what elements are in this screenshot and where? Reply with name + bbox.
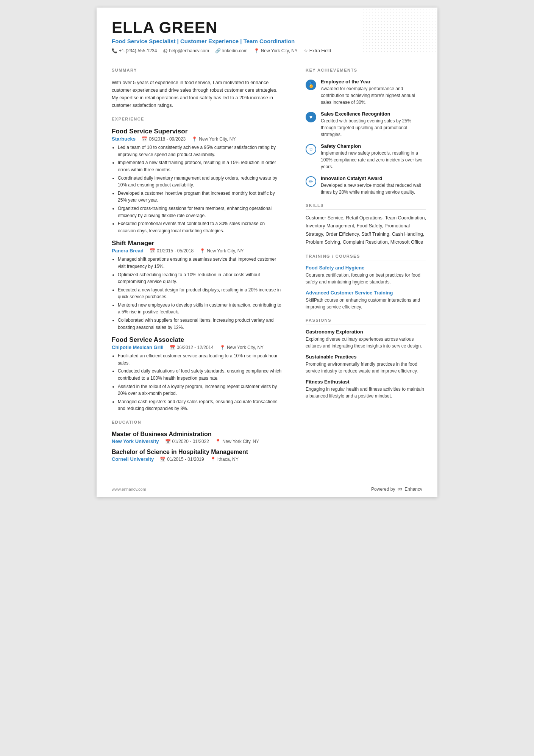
achievement-icon-1: 🏅 bbox=[306, 80, 316, 90]
bullet-item: Conducted daily evaluations of food safe… bbox=[118, 368, 283, 382]
pin-icon-3: 📍 bbox=[220, 345, 225, 350]
extra-item: ☆ Extra Field bbox=[304, 48, 331, 53]
school-2: Cornell University bbox=[112, 456, 154, 462]
training-item-1: Food Safety and Hygiene Coursera certifi… bbox=[306, 265, 426, 285]
summary-label: SUMMARY bbox=[112, 68, 283, 74]
summary-section: SUMMARY With over 5 years of experience … bbox=[112, 68, 283, 109]
experience-section: EXPERIENCE Food Service Supervisor Starb… bbox=[112, 117, 283, 412]
email-icon: @ bbox=[163, 48, 167, 53]
bullet-item: Managed shift operations ensuring a seam… bbox=[118, 256, 283, 270]
achievements-label: KEY ACHIEVEMENTS bbox=[306, 68, 426, 74]
passion-desc-1: Exploring diverse culinary experiences a… bbox=[306, 336, 426, 349]
footer-website: www.enhancv.com bbox=[112, 487, 146, 491]
job-bullets-2: Managed shift operations ensuring a seam… bbox=[112, 256, 283, 331]
linkedin-item: 🔗 linkedin.com bbox=[215, 48, 248, 53]
training-item-2: Advanced Customer Service Training Skill… bbox=[306, 290, 426, 310]
summary-text: With over 5 years of experience in food … bbox=[112, 79, 283, 109]
employer-1: Starbucks bbox=[112, 136, 136, 142]
experience-label: EXPERIENCE bbox=[112, 117, 283, 123]
bullet-item: Managed cash registers and daily sales r… bbox=[118, 398, 283, 412]
job-location-1: 📍 New York City, NY bbox=[192, 136, 236, 142]
training-label: TRAINING / COURSES bbox=[306, 254, 426, 260]
calendar-icon-edu1: 📅 bbox=[165, 439, 171, 444]
achievement-item-1: 🏅 Employee of the Year Awarded for exemp… bbox=[306, 79, 426, 106]
job-dates-1: 📅 06/2018 - 09/2023 bbox=[142, 136, 186, 142]
bullet-item: Organized cross-training sessions for te… bbox=[118, 205, 283, 219]
calendar-icon-edu2: 📅 bbox=[160, 457, 166, 462]
location-icon: 📍 bbox=[254, 48, 259, 53]
passion-title-2: Sustainable Practices bbox=[306, 354, 426, 360]
employer-3: Chipotle Mexican Grill bbox=[112, 344, 164, 350]
education-section: EDUCATION Master of Business Administrat… bbox=[112, 420, 283, 462]
star-icon: ☆ bbox=[304, 48, 308, 53]
bullet-item: Developed a customer incentive program t… bbox=[118, 190, 283, 204]
training-desc-1: Coursera certification, focusing on best… bbox=[306, 272, 426, 285]
pin-icon-1: 📍 bbox=[192, 136, 197, 142]
employer-2: Panera Bread bbox=[112, 248, 144, 254]
bullet-item: Executed a new layout design for product… bbox=[118, 286, 283, 301]
right-column: KEY ACHIEVEMENTS 🏅 Employee of the Year … bbox=[294, 60, 437, 481]
location-item: 📍 New York City, NY bbox=[254, 48, 298, 53]
resume-wrapper: ELLA GREEN Food Service Specialist | Cus… bbox=[97, 8, 437, 497]
edu-location-2: 📍 Ithaca, NY bbox=[210, 457, 239, 462]
passion-item-1: Gastronomy Exploration Exploring diverse… bbox=[306, 329, 426, 349]
pin-icon-2: 📍 bbox=[200, 248, 205, 254]
edu-item-1: Master of Business Administration New Yo… bbox=[112, 431, 283, 444]
phone-number: +1-(234)-555-1234 bbox=[119, 48, 157, 53]
edu-meta-1: New York University 📅 01/2020 - 01/2022 … bbox=[112, 438, 283, 444]
left-column: SUMMARY With over 5 years of experience … bbox=[97, 60, 294, 481]
achievement-icon-3: ☆ bbox=[306, 144, 316, 155]
job-dates-2: 📅 01/2015 - 05/2018 bbox=[150, 248, 194, 254]
job-location-2: 📍 New York City, NY bbox=[200, 248, 244, 254]
achievement-item-2: ♥ Sales Excellence Recognition Credited … bbox=[306, 111, 426, 138]
passion-item-3: Fitness Enthusiast Engaging in regular h… bbox=[306, 379, 426, 399]
job-meta-1: Starbucks 📅 06/2018 - 09/2023 📍 New York… bbox=[112, 136, 283, 142]
training-title-1: Food Safety and Hygiene bbox=[306, 265, 426, 271]
skills-label: SKILLS bbox=[306, 203, 426, 210]
email-address: help@enhancv.com bbox=[169, 48, 209, 53]
achievement-desc-2: Credited with boosting evening sales by … bbox=[321, 117, 426, 138]
achievement-desc-1: Awarded for exemplary performance and co… bbox=[321, 85, 426, 106]
passion-item-2: Sustainable Practices Promoting environm… bbox=[306, 354, 426, 374]
job-item: Food Service Associate Chipotle Mexican … bbox=[112, 336, 283, 412]
job-item: Food Service Supervisor Starbucks 📅 06/2… bbox=[112, 128, 283, 234]
edu-dates-2: 📅 01/2015 - 01/2019 bbox=[160, 457, 204, 462]
achievement-title-3: Safety Champion bbox=[321, 143, 426, 149]
education-label: EDUCATION bbox=[112, 420, 283, 426]
calendar-icon-1: 📅 bbox=[142, 136, 147, 142]
achievement-title-1: Employee of the Year bbox=[321, 79, 426, 85]
passions-section: PASSIONS Gastronomy Exploration Explorin… bbox=[306, 318, 426, 399]
powered-by-text: Powered by bbox=[371, 487, 395, 492]
bullet-item: Facilitated an efficient customer servic… bbox=[118, 352, 283, 366]
job-title-2: Shift Manager bbox=[112, 239, 283, 247]
email-item: @ help@enhancv.com bbox=[163, 48, 209, 53]
achievement-content-2: Sales Excellence Recognition Credited wi… bbox=[321, 111, 426, 138]
edu-dates-1: 📅 01/2020 - 01/2022 bbox=[165, 439, 209, 444]
degree-2: Bachelor of Science in Hospitality Manag… bbox=[112, 449, 283, 455]
bullet-item: Led a team of 10 to consistently achieve… bbox=[118, 144, 283, 158]
school-1: New York University bbox=[112, 438, 159, 444]
calendar-icon-2: 📅 bbox=[150, 248, 155, 254]
location-text: New York City, NY bbox=[261, 48, 298, 53]
achievement-item-4: ✏ Innovation Catalyst Award Developed a … bbox=[306, 175, 426, 196]
job-bullets-1: Led a team of 10 to consistently achieve… bbox=[112, 144, 283, 234]
job-meta-3: Chipotle Mexican Grill 📅 06/2012 - 12/20… bbox=[112, 344, 283, 350]
pin-icon-edu1: 📍 bbox=[215, 439, 221, 444]
enhancv-icon: ∞ bbox=[397, 485, 402, 493]
bullet-item: Executed promotional events that contrib… bbox=[118, 220, 283, 234]
passion-desc-3: Engaging in regular health and fitness a… bbox=[306, 386, 426, 399]
dot-pattern-decoration bbox=[362, 8, 437, 53]
achievement-content-1: Employee of the Year Awarded for exempla… bbox=[321, 79, 426, 106]
achievement-icon-4: ✏ bbox=[306, 176, 316, 187]
calendar-icon-3: 📅 bbox=[170, 345, 175, 350]
training-desc-2: SkillPath course on enhancing customer i… bbox=[306, 297, 426, 310]
bullet-item: Assisted in the rollout of a loyalty pro… bbox=[118, 383, 283, 397]
bullet-item: Implemented a new staff training protoco… bbox=[118, 159, 283, 173]
bullet-item: Optimized scheduling leading to a 10% re… bbox=[118, 271, 283, 285]
linkedin-url: linkedin.com bbox=[222, 48, 248, 53]
footer-bar: www.enhancv.com Powered by ∞ Enhancv bbox=[97, 481, 437, 497]
edu-item-2: Bachelor of Science in Hospitality Manag… bbox=[112, 449, 283, 462]
achievement-content-4: Innovation Catalyst Award Developed a ne… bbox=[321, 175, 426, 196]
achievement-item-3: ☆ Safety Champion Implemented new safety… bbox=[306, 143, 426, 170]
achievement-desc-3: Implemented new safety protocols, result… bbox=[321, 150, 426, 170]
